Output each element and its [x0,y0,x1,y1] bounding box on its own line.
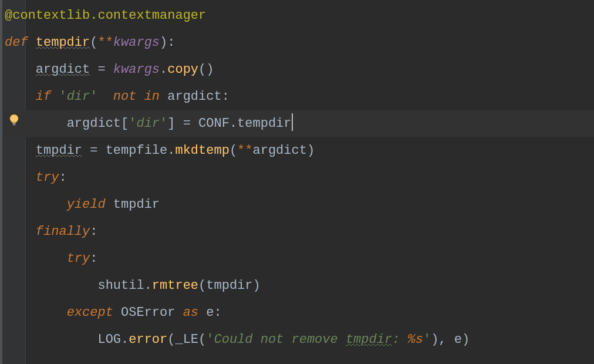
code-line[interactable]: shutil.rmtree(tmpdir) [4,272,594,299]
svg-rect-0 [12,122,16,123]
string-quote: ' [206,332,214,347]
bracket-close: ] [167,116,175,131]
colon: : [90,251,97,266]
keyword-try: try [36,170,59,185]
code-line[interactable]: yield tmpdir [4,191,594,218]
var-argdict: argdict [253,143,307,158]
keyword-not: not [113,89,137,104]
keyword-except: except [67,305,113,320]
double-star: ** [237,143,252,158]
paren-open: ( [198,278,206,293]
paren-close: ) [253,278,261,293]
code-line[interactable]: except OSError as e: [4,299,594,326]
code-line[interactable]: if 'dir' not in argdict: [4,83,594,110]
var-e: e [206,305,214,320]
method-rmtree: rmtree [152,278,198,293]
var-argdict: argdict [67,116,121,131]
assign: = [90,62,113,77]
dot: . [230,116,237,131]
method-error: error [129,332,167,347]
string-body: Could not remove [214,332,345,347]
code-line[interactable]: try: [4,245,594,272]
var-kwargs: kwargs [113,62,160,77]
bracket-open: [ [121,116,129,131]
var-log: LOG [97,332,121,347]
dot: . [144,278,152,293]
colon: : [90,224,97,239]
var-argdict: argdict [167,89,221,104]
paren-close: ) [307,143,315,158]
code-line[interactable]: argdict = kwargs.copy() [4,56,594,83]
paren-open: ( [198,332,206,347]
method-mkdtemp: mkdtemp [175,143,229,158]
attr-tempdir: tempdir [237,116,291,131]
code-editor[interactable]: @contextlib.contextmanager def tempdir(*… [4,2,594,353]
double-star: ** [97,35,113,50]
gutter-edge [0,0,2,364]
code-line[interactable]: finally: [4,218,594,245]
keyword-as: as [183,305,198,320]
decorator: @contextlib.contextmanager [5,8,206,23]
keyword-try: try [67,251,90,266]
intention-bulb-icon[interactable] [8,114,20,127]
code-line[interactable]: try: [4,164,594,191]
colon: : [214,305,221,320]
fn-le: _LE [175,332,198,347]
dot: . [167,143,175,158]
dot: . [121,332,129,347]
assign: = [82,143,106,158]
svg-rect-2 [13,124,15,126]
string-quote: ' [59,89,66,104]
comma: , [438,332,454,347]
keyword-def: def [5,35,28,50]
var-tmpdir: tmpdir [36,143,82,158]
module-shutil: shutil [97,278,144,293]
var-tmpdir: tmpdir [206,278,252,293]
colon: : [222,89,230,104]
module-tempfile: tempfile [106,143,168,158]
keyword-if: if [36,89,51,104]
var-argdict: argdict [36,62,90,77]
paren-close: ) [431,332,438,347]
string-quote: ' [160,116,167,131]
colon: : [59,170,66,185]
text-cursor [292,113,293,131]
keyword-finally: finally [36,224,90,239]
svg-rect-1 [13,123,16,124]
dot: . [160,62,167,77]
paren-open: ( [230,143,237,158]
call-parens: () [198,62,214,77]
string-quote: ' [129,116,136,131]
paren-open: ( [90,35,97,50]
string-body: : [392,332,407,347]
string-tmpdir: tmpdir [346,332,392,347]
format-spec: %s [408,332,423,347]
code-line[interactable]: LOG.error(_LE('Could not remove tmpdir: … [4,326,594,353]
method-copy: copy [167,62,198,77]
kwargs-param: kwargs [113,35,160,50]
keyword-yield: yield [67,197,106,212]
code-line-active[interactable]: argdict['dir'] = CONF.tempdir [4,110,594,137]
assign: = [175,116,198,131]
string-quote: ' [423,332,431,347]
paren-open: ( [167,332,175,347]
paren-close: ): [160,35,175,50]
string-dir: dir [136,116,160,131]
var-tmpdir: tmpdir [113,197,160,212]
code-line[interactable]: tmpdir = tempfile.mkdtemp(**argdict) [4,137,594,164]
string-quote: ' [90,89,97,104]
var-e: e [454,332,462,347]
code-line[interactable]: @contextlib.contextmanager [4,2,594,29]
function-name: tempdir [36,35,90,50]
var-conf: CONF [198,116,230,131]
paren-close: ) [462,332,470,347]
string-dir: dir [67,89,90,104]
keyword-in: in [144,89,160,104]
code-line[interactable]: def tempdir(**kwargs): [4,29,594,56]
type-oserror: OSError [121,305,175,320]
